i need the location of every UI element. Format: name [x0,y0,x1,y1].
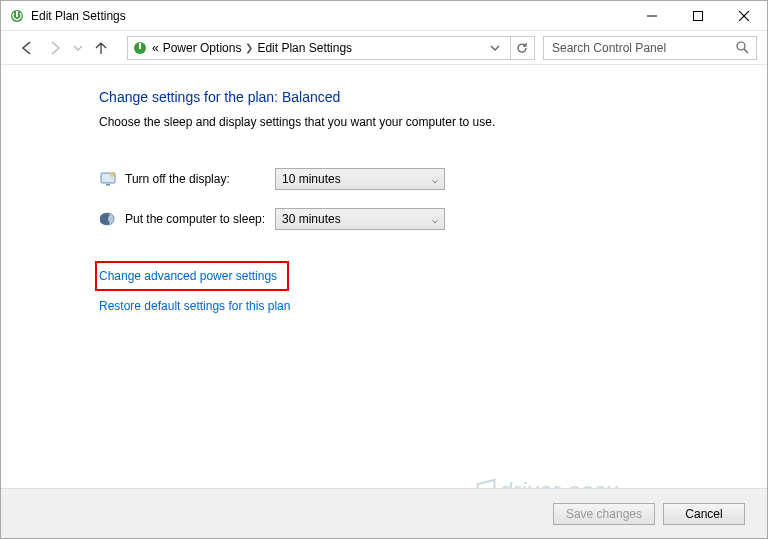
back-button[interactable] [15,36,39,60]
svg-rect-3 [694,11,703,20]
display-off-combo[interactable]: 10 minutes ⌵ [275,168,445,190]
forward-button[interactable] [43,36,67,60]
display-off-label: Turn off the display: [125,172,275,186]
chevron-down-icon: ⌵ [432,174,438,185]
chevron-down-icon: ⌵ [432,214,438,225]
window-title: Edit Plan Settings [31,9,629,23]
sleep-label: Put the computer to sleep: [125,212,275,226]
page-heading: Change settings for the plan: Balanced [99,89,739,105]
breadcrumb-power-options[interactable]: Power Options [163,41,242,55]
minimize-button[interactable] [629,1,675,30]
up-button[interactable] [89,36,113,60]
svg-line-9 [744,49,748,53]
search-box[interactable] [543,36,757,60]
app-icon [9,8,25,24]
search-icon[interactable] [734,41,750,54]
close-button[interactable] [721,1,767,30]
window-controls [629,1,767,30]
monitor-icon [99,170,117,188]
chevron-right-icon: ❯ [245,42,253,53]
maximize-button[interactable] [675,1,721,30]
sleep-combo[interactable]: 30 minutes ⌵ [275,208,445,230]
address-history-button[interactable] [484,37,506,59]
highlight-box: Change advanced power settings [95,261,289,291]
breadcrumb-prefix: « [152,41,159,55]
recent-locations-button[interactable] [71,36,85,60]
breadcrumb-edit-plan[interactable]: Edit Plan Settings [257,41,352,55]
svg-rect-12 [106,184,110,186]
titlebar: Edit Plan Settings [1,1,767,31]
link-advanced-power-settings[interactable]: Change advanced power settings [99,269,277,283]
moon-icon [99,210,117,228]
svg-rect-1 [16,11,18,17]
footer: Save changes Cancel [1,488,767,538]
setting-display-off: Turn off the display: 10 minutes ⌵ [99,167,739,191]
svg-point-8 [737,42,745,50]
save-changes-button: Save changes [553,503,655,525]
sleep-value: 30 minutes [282,212,341,226]
address-bar[interactable]: « Power Options ❯ Edit Plan Settings [127,36,535,60]
power-icon [132,40,148,56]
svg-point-11 [110,173,114,177]
svg-rect-7 [139,43,141,49]
link-restore-defaults[interactable]: Restore default settings for this plan [99,299,290,313]
setting-sleep: Put the computer to sleep: 30 minutes ⌵ [99,207,739,231]
display-off-value: 10 minutes [282,172,341,186]
cancel-button[interactable]: Cancel [663,503,745,525]
refresh-button[interactable] [510,37,532,59]
navbar: « Power Options ❯ Edit Plan Settings [1,31,767,65]
content-area: Change settings for the plan: Balanced C… [1,65,767,327]
search-input[interactable] [550,40,734,56]
page-subtext: Choose the sleep and display settings th… [99,115,739,129]
